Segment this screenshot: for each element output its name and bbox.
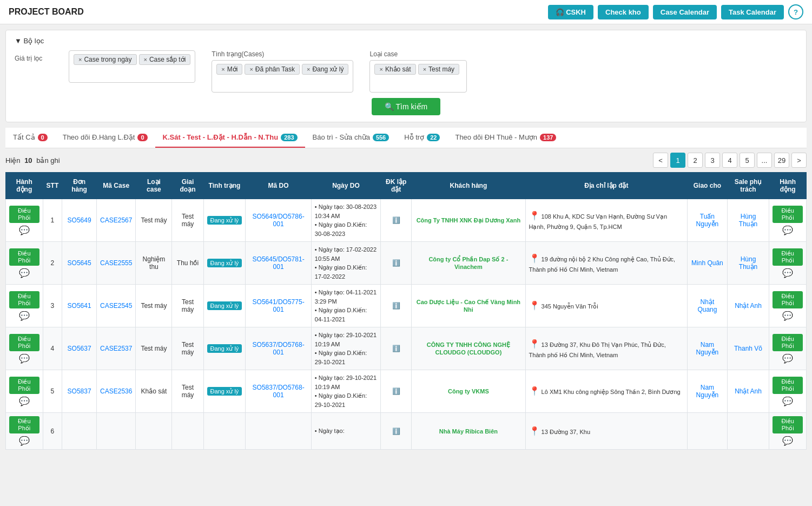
giao-cho-link[interactable]: Minh Quân xyxy=(691,259,723,267)
ma-case-cell[interactable]: CASE2537 xyxy=(97,327,136,370)
remove-tag-icon[interactable]: × xyxy=(221,66,225,73)
chat-icon-right[interactable]: 💬 xyxy=(782,354,793,363)
remove-tag-icon[interactable]: × xyxy=(307,66,310,73)
sale-cell[interactable]: Hùng Thuận xyxy=(727,242,769,285)
dieu-pho-button[interactable]: Điều Phối xyxy=(9,334,39,351)
task-calendar-button[interactable]: Task Calendar xyxy=(721,5,784,19)
dieu-pho-button-right[interactable]: Điều Phối xyxy=(773,334,803,351)
page-29-button[interactable]: 29 xyxy=(774,153,789,168)
khach-hang-cell[interactable]: Công Ty TNHH XNK Đại Dương Xanh xyxy=(412,199,525,242)
tag-case-trong-ngay[interactable]: × Case trong ngày xyxy=(74,54,137,65)
dieu-pho-button-right[interactable]: Điều Phối xyxy=(773,416,803,433)
help-button[interactable]: ? xyxy=(788,4,803,19)
tab-thue-muon[interactable]: Theo dõi ĐH Thuê - Mượn 137 xyxy=(447,128,564,148)
ma-do-link[interactable]: SO5637/DO5768-001 xyxy=(253,341,305,356)
giao-cho-link[interactable]: Nam Nguyễn xyxy=(696,341,719,356)
ma-case-link[interactable]: CASE2536 xyxy=(100,387,132,395)
next-page-button[interactable]: > xyxy=(791,153,807,168)
tab-ksat[interactable]: K.Sát - Test - L.Đặt - H.Dẫn - N.Thu 283 xyxy=(155,128,305,148)
ma-do-cell[interactable]: SO5641/DO5775-001 xyxy=(246,285,311,327)
don-hang-cell[interactable]: SO5837 xyxy=(62,370,97,413)
page-4-button[interactable]: 4 xyxy=(722,153,737,168)
sale-link[interactable]: Hùng Thuận xyxy=(739,255,757,271)
khach-hang-cell[interactable]: Nhà Máy Ribica Biên xyxy=(412,413,525,450)
remove-tag-icon[interactable]: × xyxy=(144,56,147,63)
giao-cho-link[interactable]: Nam Nguyễn xyxy=(696,384,719,399)
ma-do-link[interactable]: SO5649/DO5786-001 xyxy=(253,213,305,228)
sale-cell[interactable]: Thanh Võ xyxy=(727,327,769,370)
dk-lap-dat-cell[interactable]: ℹ️ xyxy=(381,370,412,413)
ma-case-link[interactable]: CASE2537 xyxy=(100,345,132,352)
dieu-pho-button[interactable]: Điều Phối xyxy=(9,416,39,433)
info-icon[interactable]: ℹ️ xyxy=(392,428,400,435)
info-icon[interactable]: ℹ️ xyxy=(392,302,400,310)
ma-do-cell[interactable] xyxy=(246,413,311,450)
tag-test-may[interactable]: × Test máy xyxy=(418,64,459,75)
tag-case-sap-toi[interactable]: × Case sắp tới xyxy=(139,54,191,65)
tab-tat-ca[interactable]: Tất Cả 0 xyxy=(5,128,55,148)
chat-icon[interactable]: 💬 xyxy=(19,354,30,363)
don-hang-cell[interactable]: SO5649 xyxy=(62,199,97,242)
tag-dang-xu-ly[interactable]: × Đang xử lý xyxy=(302,64,348,75)
remove-tag-icon[interactable]: × xyxy=(423,66,426,73)
dieu-pho-button[interactable]: Điều Phối xyxy=(9,248,39,266)
ma-case-link[interactable]: CASE2555 xyxy=(100,259,132,267)
ma-case-cell[interactable] xyxy=(97,413,136,450)
tag-khao-sat[interactable]: × Khảo sát xyxy=(374,64,415,75)
dieu-pho-button-right[interactable]: Điều Phối xyxy=(773,248,803,266)
remove-tag-icon[interactable]: × xyxy=(78,56,82,63)
ma-do-cell[interactable]: SO5837/DO5768-001 xyxy=(246,370,311,413)
don-hang-cell[interactable]: SO5645 xyxy=(62,242,97,285)
khach-hang-link[interactable]: Công Ty TNHH XNK Đại Dương Xanh xyxy=(417,217,521,224)
ma-case-cell[interactable]: CASE2555 xyxy=(97,242,136,285)
ma-do-link[interactable]: SO5837/DO5768-001 xyxy=(253,384,305,399)
chat-icon-right[interactable]: 💬 xyxy=(782,226,793,235)
tab-theo-doi-hang[interactable]: Theo dõi Đ.Hàng L.Đặt 0 xyxy=(55,128,155,148)
info-icon[interactable]: ℹ️ xyxy=(392,216,400,224)
check-kho-button[interactable]: Check kho xyxy=(598,5,649,19)
khach-hang-cell[interactable]: Công ty VKMS xyxy=(412,370,525,413)
dieu-pho-button[interactable]: Điều Phối xyxy=(9,206,39,223)
info-icon[interactable]: ℹ️ xyxy=(392,259,400,267)
ma-do-link[interactable]: SO5641/DO5775-001 xyxy=(253,298,305,313)
giao-cho-cell[interactable]: Tuấn Nguyễn xyxy=(688,199,728,242)
case-calendar-button[interactable]: Case Calendar xyxy=(653,5,717,19)
khach-hang-cell[interactable]: Cao Dược Liệu - Cao Chế Vàng Minh Nhi xyxy=(412,285,525,327)
don-hang-link[interactable]: SO5837 xyxy=(68,387,91,395)
remove-tag-icon[interactable]: × xyxy=(379,66,382,73)
dieu-pho-button-right[interactable]: Điều Phối xyxy=(773,377,803,394)
tab-ho-tro[interactable]: Hỗ trợ 22 xyxy=(397,128,447,148)
ma-case-cell[interactable]: CASE2567 xyxy=(97,199,136,242)
dk-lap-dat-cell[interactable]: ℹ️ xyxy=(381,285,412,327)
chat-icon-right[interactable]: 💬 xyxy=(782,397,793,406)
dieu-pho-button-right[interactable]: Điều Phối xyxy=(773,291,803,308)
dk-lap-dat-cell[interactable]: ℹ️ xyxy=(381,327,412,370)
khach-hang-cell[interactable]: Công ty Cổ Phần Dap Số 2 - Vinachem xyxy=(412,242,525,285)
chat-icon[interactable]: 💬 xyxy=(19,397,30,406)
khach-hang-link[interactable]: Cao Dược Liệu - Cao Chế Vàng Minh Nhi xyxy=(417,299,520,313)
tag-da-phan-task[interactable]: × Đã phân Task xyxy=(245,64,300,75)
info-icon[interactable]: ℹ️ xyxy=(392,387,400,395)
khach-hang-link[interactable]: Nhà Máy Ribica Biên xyxy=(439,428,498,435)
page-2-button[interactable]: 2 xyxy=(688,153,703,168)
chat-icon[interactable]: 💬 xyxy=(19,268,30,278)
remove-tag-icon[interactable]: × xyxy=(249,66,253,73)
ma-case-cell[interactable]: CASE2545 xyxy=(97,285,136,327)
sale-link[interactable]: Nhật Anh xyxy=(735,387,762,395)
don-hang-link[interactable]: SO5641 xyxy=(68,302,91,310)
ma-do-link[interactable]: SO5645/DO5781-001 xyxy=(253,255,305,271)
giao-cho-cell[interactable]: Nam Nguyễn xyxy=(688,370,728,413)
dk-lap-dat-cell[interactable]: ℹ️ xyxy=(381,242,412,285)
dk-lap-dat-cell[interactable]: ℹ️ xyxy=(381,199,412,242)
giao-cho-link[interactable]: Nhật Quang xyxy=(697,298,717,313)
chat-icon[interactable]: 💬 xyxy=(19,311,30,320)
giao-cho-cell[interactable]: Nhật Quang xyxy=(688,285,728,327)
chat-icon[interactable]: 💬 xyxy=(19,226,30,235)
sale-cell[interactable] xyxy=(727,413,769,450)
ma-case-link[interactable]: CASE2567 xyxy=(100,216,132,224)
giao-cho-cell[interactable]: Minh Quân xyxy=(688,242,728,285)
don-hang-cell[interactable]: SO5641 xyxy=(62,285,97,327)
don-hang-link[interactable]: SO5645 xyxy=(68,259,91,267)
sale-cell[interactable]: Hùng Thuận xyxy=(727,199,769,242)
info-icon[interactable]: ℹ️ xyxy=(392,345,400,352)
